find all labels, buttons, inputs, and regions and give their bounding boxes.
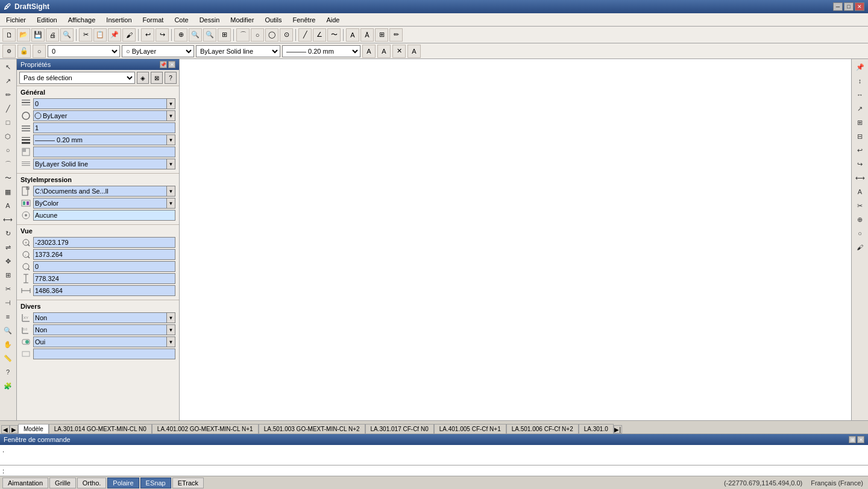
ucs-per-viewport-value[interactable]: Non [33,312,167,323]
right-tool-13[interactable]: ○ [854,227,867,240]
menu-modifier[interactable]: Modifier [225,15,259,25]
right-tool-7[interactable]: ↩ [854,144,867,157]
tab-nav-left[interactable]: ◀ [1,425,10,434]
menu-affichage[interactable]: Affichage [63,15,101,25]
circle3-button[interactable]: ⊙ [280,28,293,42]
save-button[interactable]: 💾 [31,28,45,42]
new-button[interactable]: 🗋 [2,28,16,42]
transparency-value[interactable] [33,147,175,157]
ortho-button[interactable]: Ortho. [77,478,107,488]
text-button[interactable]: A [346,28,359,42]
menu-edition[interactable]: Edition [32,15,62,25]
tool-spline[interactable]: 〜 [1,171,14,185]
draw-button[interactable]: ✏ [389,28,403,42]
zoom-out-button[interactable]: 🔍 [203,28,216,42]
tool-hatch[interactable]: ▦ [1,185,14,198]
pstyle-color-dropdown-btn[interactable]: ▼ [167,198,175,209]
tool-text[interactable]: A [1,199,14,212]
right-tool-11[interactable]: ✂ [854,199,867,212]
tab-nav-end[interactable]: ▶| [614,425,622,434]
pstyle-style-value[interactable]: Aucune [33,210,175,221]
right-tool-10[interactable]: A [854,185,867,198]
layer-dropdown-btn[interactable]: ▼ [167,98,175,109]
linetype-scale-value[interactable]: 1 [33,122,175,133]
tab-model[interactable]: Modèle [18,424,49,434]
tool-measure[interactable]: 📏 [1,352,14,365]
layer-select[interactable]: 0 [48,45,120,57]
tool-pan[interactable]: ✋ [1,338,14,351]
text2-button[interactable]: Ā [360,28,374,42]
vue-height-value[interactable]: 778.324 [33,273,175,284]
tool-move[interactable]: ✥ [1,254,14,268]
tool-pen[interactable]: ✏ [1,88,14,101]
print-preview-button[interactable]: 🔍 [60,28,74,42]
prop-pin-button[interactable]: 📌 [160,61,167,68]
color-dropdown-btn[interactable]: ▼ [167,110,175,121]
vue-cz-value[interactable]: 0 [33,261,175,272]
select-all-button[interactable]: ⊠ [151,72,163,84]
right-tool-9[interactable]: ⟷ [854,171,867,185]
on-value[interactable]: Oui [33,336,167,347]
lineweight-value[interactable]: ——— 0.20 mm [33,134,167,145]
layer-manager-button[interactable]: ⚙ [2,45,16,58]
ucs-icon-value[interactable]: Non [33,324,167,335]
print-button[interactable]: 🖨 [46,28,59,42]
tab-layout-1[interactable]: LA.401.002 GO-MEXT-MIN-CL N+1 [152,424,259,434]
right-tool-2[interactable]: ↕ [854,74,867,87]
paste-button[interactable]: 📌 [108,28,121,42]
pstyle-file-value[interactable]: C:\Documents and Se...ll [33,186,167,197]
color-select[interactable]: ○ ByLayer [122,45,194,57]
right-tool-3[interactable]: ↔ [854,88,867,101]
vue-cx-value[interactable]: -23023.179 [33,237,175,248]
prop-close-button[interactable]: ✕ [168,61,175,68]
tool-line[interactable]: ╱ [1,102,14,115]
menu-cote[interactable]: Cote [169,15,193,25]
grille-button[interactable]: Grille [49,478,76,488]
tab-nav-right[interactable]: ▶ [10,425,18,434]
menu-fichier[interactable]: Fichier [1,15,31,25]
menu-aide[interactable]: Aide [321,15,344,25]
table-button[interactable]: ⊞ [375,28,388,42]
quick-select-button[interactable]: ◈ [137,72,149,84]
redo-button[interactable]: ↪ [156,28,169,42]
circle-button[interactable]: ○ [251,28,264,42]
linetype-select[interactable]: ByLayer Solid line [196,45,280,57]
angle-button[interactable]: ∠ [313,28,326,42]
selection-dropdown[interactable]: Pas de sélection [19,72,135,84]
tool-query[interactable]: ? [1,365,14,379]
lineweight-dropdown-btn[interactable]: ▼ [167,134,175,145]
tool-offset[interactable]: ≡ [1,310,14,323]
tool-polygon[interactable]: ⬡ [1,130,14,143]
right-tool-6[interactable]: ⊟ [854,130,867,143]
color-btn-2[interactable]: A [377,45,391,58]
tab-layout-3[interactable]: LA.301.017 CF-Cf N0 [365,424,434,434]
color-btn-3[interactable]: ✕ [392,45,406,58]
color-btn-4[interactable]: A [407,45,421,58]
tool-dim[interactable]: ⟷ [1,213,14,226]
command-close-btn[interactable]: ✕ [857,436,864,443]
linetype-dropdown-btn[interactable]: ▼ [167,159,175,169]
ucs-per-viewport-dd-btn[interactable]: ▼ [167,312,175,323]
menu-format[interactable]: Format [138,15,169,25]
tool-copy[interactable]: ⊞ [1,268,14,282]
close-button[interactable]: ✕ [855,2,864,11]
right-tool-14[interactable]: 🖌 [854,241,867,254]
tab-layout-6[interactable]: LA.301.0 [579,424,614,434]
linetype-value[interactable]: ByLayer Solid line [33,159,167,169]
layer-value[interactable]: 0 [33,98,167,109]
right-tool-4[interactable]: ↗ [854,102,867,115]
tool-rotate[interactable]: ↻ [1,227,14,240]
arc-button[interactable]: ⌒ [236,28,250,42]
menu-dessin[interactable]: Dessin [195,15,225,25]
circle2-button[interactable]: ◯ [265,28,278,42]
on-dd-btn[interactable]: ▼ [167,336,175,347]
color-btn-1[interactable]: A [362,45,376,58]
esnap-button[interactable]: ESnap [140,478,171,488]
tool-extend[interactable]: ⊣ [1,296,14,309]
tool-mirror[interactable]: ⇌ [1,241,14,254]
tab-layout-4[interactable]: LA.401.005 CF-Cf N+1 [434,424,506,434]
right-tool-1[interactable]: 📌 [854,60,867,74]
right-tool-12[interactable]: ⊕ [854,213,867,226]
aimantation-button[interactable]: Aimantation [2,478,48,488]
copy-button[interactable]: 📋 [93,28,107,42]
